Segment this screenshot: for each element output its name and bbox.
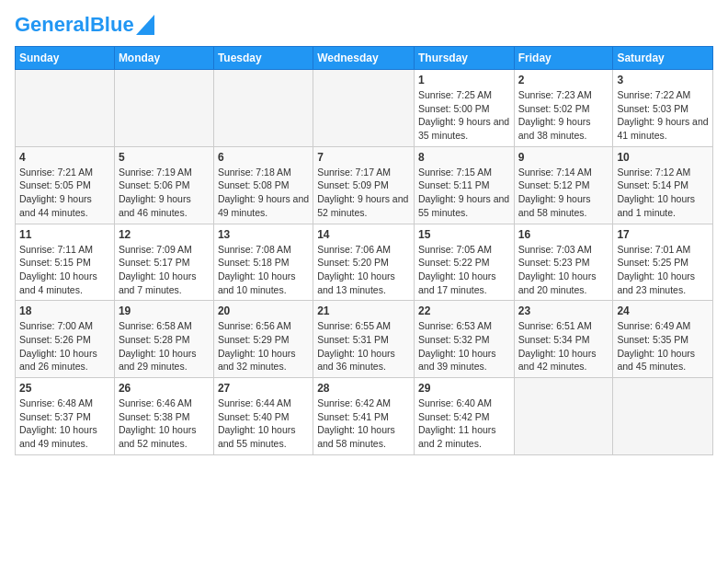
calendar-day-11: 11Sunrise: 7:11 AMSunset: 5:15 PMDayligh… <box>16 224 115 301</box>
sunset-text: Sunset: 5:08 PM <box>218 179 290 190</box>
sunset-text: Sunset: 5:06 PM <box>119 179 190 190</box>
logo-blue: Blue <box>90 13 134 36</box>
header-monday: Monday <box>114 47 213 70</box>
sunrise-text: Sunrise: 6:58 AM <box>119 320 192 331</box>
day-info: Sunrise: 6:56 AMSunset: 5:29 PMDaylight:… <box>218 319 309 373</box>
calendar-day-5: 5Sunrise: 7:19 AMSunset: 5:06 PMDaylight… <box>114 146 213 224</box>
day-number: 16 <box>518 228 609 241</box>
sunset-text: Sunset: 5:03 PM <box>617 103 688 114</box>
calendar-empty <box>213 70 313 147</box>
header-wednesday: Wednesday <box>313 47 415 70</box>
sunset-text: Sunset: 5:41 PM <box>317 411 389 422</box>
calendar-day-18: 18Sunrise: 7:00 AMSunset: 5:26 PMDayligh… <box>16 301 115 378</box>
daylight-text: Daylight: 10 hours and 52 minutes. <box>119 424 197 449</box>
day-info: Sunrise: 6:46 AMSunset: 5:38 PMDaylight:… <box>119 396 210 451</box>
sunset-text: Sunset: 5:23 PM <box>518 257 590 268</box>
day-info: Sunrise: 7:11 AMSunset: 5:15 PMDaylight:… <box>19 243 110 297</box>
day-info: Sunrise: 6:44 AMSunset: 5:40 PMDaylight:… <box>218 396 309 451</box>
calendar-empty <box>514 378 613 455</box>
daylight-text: Daylight: 10 hours and 13 minutes. <box>317 270 395 295</box>
sunrise-text: Sunrise: 6:40 AM <box>418 397 492 408</box>
day-info: Sunrise: 7:23 AMSunset: 5:02 PMDaylight:… <box>518 88 609 143</box>
daylight-text: Daylight: 9 hours and 49 minutes. <box>218 193 309 218</box>
sunset-text: Sunset: 5:02 PM <box>518 103 590 114</box>
day-info: Sunrise: 6:48 AMSunset: 5:37 PMDaylight:… <box>19 396 110 451</box>
daylight-text: Daylight: 10 hours and 20 minutes. <box>518 270 597 295</box>
daylight-text: Daylight: 9 hours and 55 minutes. <box>418 193 509 218</box>
sunset-text: Sunset: 5:15 PM <box>19 257 91 268</box>
day-info: Sunrise: 7:14 AMSunset: 5:12 PMDaylight:… <box>518 166 609 220</box>
sunrise-text: Sunrise: 6:44 AM <box>218 397 291 408</box>
sunrise-text: Sunrise: 7:21 AM <box>19 167 93 178</box>
day-info: Sunrise: 7:09 AMSunset: 5:17 PMDaylight:… <box>119 243 210 297</box>
day-info: Sunrise: 6:53 AMSunset: 5:32 PMDaylight:… <box>418 319 510 373</box>
day-info: Sunrise: 7:25 AMSunset: 5:00 PMDaylight:… <box>418 88 510 143</box>
daylight-text: Daylight: 11 hours and 2 minutes. <box>418 424 496 449</box>
day-number: 9 <box>518 151 609 164</box>
day-number: 7 <box>317 151 410 164</box>
sunset-text: Sunset: 5:12 PM <box>518 179 590 190</box>
sunrise-text: Sunrise: 7:00 AM <box>19 320 93 331</box>
calendar-day-4: 4Sunrise: 7:21 AMSunset: 5:05 PMDaylight… <box>16 146 115 224</box>
day-info: Sunrise: 6:58 AMSunset: 5:28 PMDaylight:… <box>119 319 210 373</box>
svg-marker-0 <box>136 15 154 35</box>
sunset-text: Sunset: 5:20 PM <box>317 257 389 268</box>
calendar-header-row: SundayMondayTuesdayWednesdayThursdayFrid… <box>16 47 713 70</box>
day-number: 1 <box>418 74 510 86</box>
day-number: 12 <box>119 228 210 241</box>
calendar-day-13: 13Sunrise: 7:08 AMSunset: 5:18 PMDayligh… <box>213 224 313 301</box>
day-info: Sunrise: 7:22 AMSunset: 5:03 PMDaylight:… <box>617 88 709 143</box>
sunset-text: Sunset: 5:37 PM <box>19 411 91 422</box>
sunrise-text: Sunrise: 6:48 AM <box>19 397 93 408</box>
daylight-text: Daylight: 10 hours and 7 minutes. <box>119 270 197 295</box>
sunset-text: Sunset: 5:17 PM <box>119 257 190 268</box>
day-number: 28 <box>317 382 410 395</box>
daylight-text: Daylight: 10 hours and 10 minutes. <box>218 270 296 295</box>
day-info: Sunrise: 7:19 AMSunset: 5:06 PMDaylight:… <box>119 166 210 220</box>
day-number: 2 <box>518 74 609 86</box>
day-number: 21 <box>317 304 410 317</box>
logo-general: General <box>15 13 90 36</box>
calendar-day-8: 8Sunrise: 7:15 AMSunset: 5:11 PMDaylight… <box>414 146 514 224</box>
logo-icon <box>136 15 154 35</box>
header-sunday: Sunday <box>16 47 115 70</box>
day-number: 24 <box>617 304 709 317</box>
sunset-text: Sunset: 5:09 PM <box>317 179 389 190</box>
calendar-day-15: 15Sunrise: 7:05 AMSunset: 5:22 PMDayligh… <box>414 224 514 301</box>
calendar-day-12: 12Sunrise: 7:09 AMSunset: 5:17 PMDayligh… <box>114 224 213 301</box>
calendar-day-6: 6Sunrise: 7:18 AMSunset: 5:08 PMDaylight… <box>213 146 313 224</box>
calendar-day-1: 1Sunrise: 7:25 AMSunset: 5:00 PMDaylight… <box>414 70 514 147</box>
daylight-text: Daylight: 9 hours and 35 minutes. <box>418 116 509 141</box>
sunset-text: Sunset: 5:05 PM <box>19 179 91 190</box>
daylight-text: Daylight: 10 hours and 42 minutes. <box>518 348 597 373</box>
page-header: GeneralBlue <box>15 15 713 35</box>
sunrise-text: Sunrise: 6:55 AM <box>317 320 391 331</box>
calendar-day-29: 29Sunrise: 6:40 AMSunset: 5:42 PMDayligh… <box>414 378 514 455</box>
sunset-text: Sunset: 5:31 PM <box>317 334 389 345</box>
sunset-text: Sunset: 5:35 PM <box>617 334 688 345</box>
sunrise-text: Sunrise: 7:15 AM <box>418 167 492 178</box>
sunrise-text: Sunrise: 7:03 AM <box>518 244 592 255</box>
calendar-day-9: 9Sunrise: 7:14 AMSunset: 5:12 PMDaylight… <box>514 146 613 224</box>
day-info: Sunrise: 7:18 AMSunset: 5:08 PMDaylight:… <box>218 166 309 220</box>
day-info: Sunrise: 6:49 AMSunset: 5:35 PMDaylight:… <box>617 319 709 373</box>
sunset-text: Sunset: 5:11 PM <box>418 179 490 190</box>
day-info: Sunrise: 7:03 AMSunset: 5:23 PMDaylight:… <box>518 243 609 297</box>
daylight-text: Daylight: 10 hours and 26 minutes. <box>19 348 97 373</box>
header-saturday: Saturday <box>613 47 713 70</box>
sunrise-text: Sunrise: 7:11 AM <box>19 244 93 255</box>
logo-text: GeneralBlue <box>15 15 134 35</box>
sunset-text: Sunset: 5:28 PM <box>119 334 190 345</box>
calendar-day-16: 16Sunrise: 7:03 AMSunset: 5:23 PMDayligh… <box>514 224 613 301</box>
day-number: 29 <box>418 382 510 395</box>
calendar-week-2: 4Sunrise: 7:21 AMSunset: 5:05 PMDaylight… <box>16 146 713 224</box>
sunrise-text: Sunrise: 7:08 AM <box>218 244 291 255</box>
daylight-text: Daylight: 9 hours and 38 minutes. <box>518 116 591 141</box>
day-info: Sunrise: 7:01 AMSunset: 5:25 PMDaylight:… <box>617 243 709 297</box>
sunrise-text: Sunrise: 7:06 AM <box>317 244 391 255</box>
calendar-day-7: 7Sunrise: 7:17 AMSunset: 5:09 PMDaylight… <box>313 146 415 224</box>
sunset-text: Sunset: 5:22 PM <box>418 257 490 268</box>
day-number: 8 <box>418 151 510 164</box>
calendar-empty <box>114 70 213 147</box>
day-info: Sunrise: 6:42 AMSunset: 5:41 PMDaylight:… <box>317 396 410 451</box>
